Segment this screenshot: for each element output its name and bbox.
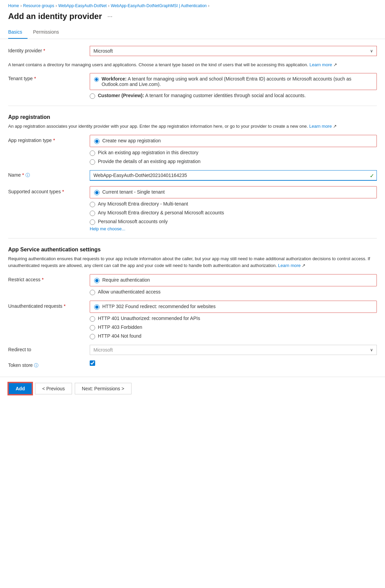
- restrict-require-auth: Require authentication: [90, 274, 377, 286]
- divider-2: [8, 238, 377, 238]
- unauth-requests-radio-group: HTTP 302 Found redirect: recommended for…: [90, 301, 377, 339]
- supported-accounts-row: Supported account types * Current tenant…: [8, 186, 377, 231]
- name-field-wrapper: ✓: [90, 170, 377, 181]
- footer-bar: Add < Previous Next: Permissions >: [0, 377, 385, 400]
- identity-provider-control: Microsoft ∨: [90, 46, 377, 56]
- restrict-access-row: Restrict access * Require authentication…: [8, 274, 377, 295]
- redirect-to-label: Redirect to: [8, 345, 83, 352]
- app-reg-learn-more-link[interactable]: Learn more: [309, 124, 332, 129]
- unauth-requests-options: HTTP 302 Found redirect: recommended for…: [90, 301, 377, 339]
- page-header: Add an identity provider ···: [0, 10, 385, 26]
- name-input[interactable]: [90, 170, 377, 181]
- token-store-checkbox-wrapper: [90, 360, 377, 366]
- app-registration-title: App registration: [8, 114, 377, 120]
- identity-provider-row: Identity provider * Microsoft ∨: [8, 46, 377, 56]
- divider-1: [8, 106, 377, 106]
- external-link-icon: ↗: [333, 62, 337, 67]
- app-reg-type-options: Create new app registration Pick an exis…: [90, 135, 377, 165]
- name-label: Name * ⓘ: [8, 170, 83, 178]
- token-store-info-icon[interactable]: ⓘ: [34, 362, 38, 369]
- tenant-type-customer-radio[interactable]: [90, 93, 95, 99]
- breadcrumb-home[interactable]: Home: [8, 3, 19, 8]
- identity-provider-label: Identity provider *: [8, 46, 83, 53]
- redirect-to-select[interactable]: Microsoft ∨: [90, 345, 377, 355]
- account-single-tenant: Current tenant - Single tenant: [90, 186, 377, 198]
- tab-basics[interactable]: Basics: [8, 26, 28, 39]
- identity-provider-select[interactable]: Microsoft ∨: [90, 46, 377, 56]
- name-input-wrapper: ✓: [90, 170, 377, 181]
- app-reg-type-row: App registration type * Create new app r…: [8, 135, 377, 165]
- account-multi-personal-radio[interactable]: [90, 211, 95, 216]
- breadcrumb-resource-groups[interactable]: Resource groups: [23, 3, 54, 8]
- app-reg-type-label: App registration type *: [8, 135, 83, 143]
- previous-button[interactable]: < Previous: [35, 383, 72, 394]
- app-reg-type-create-new: Create new app registration: [90, 135, 377, 147]
- restrict-access-options: Require authentication Allow unauthentic…: [90, 274, 377, 295]
- account-single-radio[interactable]: [94, 190, 100, 195]
- required-star: *: [43, 48, 45, 53]
- tenant-learn-more-link[interactable]: Learn more: [310, 62, 332, 67]
- require-auth-radio[interactable]: [94, 278, 100, 283]
- breadcrumb-webapp[interactable]: WebApp-EasyAuth-DotNet: [58, 3, 107, 8]
- app-reg-type-provide-radio[interactable]: [90, 159, 95, 165]
- token-store-control: [90, 360, 377, 366]
- tenant-type-workforce: Workforce: A tenant for managing using w…: [90, 73, 377, 90]
- supported-accounts-radio-group: Current tenant - Single tenant Any Micro…: [90, 186, 377, 225]
- account-multi-tenant: Any Microsoft Entra directory - Multi-te…: [90, 201, 377, 207]
- unauth-404: HTTP 404 Not found: [90, 333, 377, 339]
- tab-permissions[interactable]: Permissions: [33, 26, 64, 39]
- token-store-checkbox[interactable]: [90, 360, 95, 366]
- name-info-icon[interactable]: ⓘ: [25, 172, 30, 178]
- restrict-allow-unauth: Allow unauthenticated access: [90, 289, 377, 295]
- http-404-radio[interactable]: [90, 334, 95, 339]
- app-reg-type-pick-radio[interactable]: [90, 150, 95, 156]
- app-reg-type-provide-details: Provide the details of an existing app r…: [90, 159, 377, 165]
- external-link-icon-3: ↗: [302, 263, 305, 268]
- restrict-access-label: Restrict access *: [8, 274, 83, 282]
- tabs-bar: Basics Permissions: [0, 26, 385, 39]
- token-store-row: Token store ⓘ: [8, 360, 377, 369]
- unauth-401: HTTP 401 Unauthorized: recommended for A…: [90, 316, 377, 322]
- allow-unauth-radio[interactable]: [90, 290, 95, 295]
- chevron-down-icon: ∨: [370, 49, 373, 53]
- ellipsis-button[interactable]: ···: [105, 12, 115, 21]
- redirect-chevron-icon: ∨: [370, 348, 373, 352]
- add-button[interactable]: Add: [8, 382, 32, 395]
- app-registration-info: An app registration associates your iden…: [8, 123, 377, 130]
- tenant-type-label: Tenant type *: [8, 73, 83, 81]
- account-personal-radio[interactable]: [90, 219, 95, 225]
- http-401-radio[interactable]: [90, 316, 95, 322]
- required-star-tenant: *: [34, 76, 36, 81]
- restrict-access-radio-group: Require authentication Allow unauthentic…: [90, 274, 377, 295]
- account-multi-personal: Any Microsoft Entra directory & personal…: [90, 210, 377, 216]
- http-302-radio[interactable]: [94, 304, 100, 310]
- auth-settings-title: App Service authentication settings: [8, 247, 377, 253]
- app-reg-type-radio-group: Create new app registration Pick an exis…: [90, 135, 377, 165]
- tenant-type-customer: Customer (Preview): A tenant for managin…: [90, 93, 377, 99]
- next-button[interactable]: Next: Permissions >: [75, 383, 132, 394]
- app-reg-type-create-radio[interactable]: [94, 139, 100, 144]
- unauth-requests-row: Unauthenticated requests * HTTP 302 Foun…: [8, 301, 377, 339]
- redirect-to-row: Redirect to Microsoft ∨: [8, 345, 377, 355]
- unauth-requests-label: Unauthenticated requests *: [8, 301, 83, 309]
- token-store-label: Token store ⓘ: [8, 360, 83, 369]
- check-icon: ✓: [370, 172, 374, 179]
- http-403-radio[interactable]: [90, 325, 95, 331]
- external-link-icon-2: ↗: [333, 124, 337, 129]
- name-row: Name * ⓘ ✓: [8, 170, 377, 181]
- supported-accounts-options: Current tenant - Single tenant Any Micro…: [90, 186, 377, 231]
- unauth-302: HTTP 302 Found redirect: recommended for…: [90, 301, 377, 313]
- breadcrumb: Home › Resource groups › WebApp-EasyAuth…: [0, 0, 385, 10]
- help-me-choose-link[interactable]: Help me choose...: [90, 226, 125, 231]
- tenant-type-row: Tenant type * Workforce: A tenant for ma…: [8, 73, 377, 99]
- tenant-type-workforce-radio[interactable]: [94, 77, 99, 82]
- breadcrumb-authentication[interactable]: WebApp-EasyAuth-DotNetGraphMSI | Authent…: [111, 3, 207, 8]
- unauth-403: HTTP 403 Forbidden: [90, 324, 377, 331]
- account-multi-radio[interactable]: [90, 202, 95, 207]
- app-reg-type-pick-existing: Pick an existing app registration in thi…: [90, 150, 377, 156]
- auth-settings-learn-more[interactable]: Learn more: [278, 263, 300, 268]
- main-content: Identity provider * Microsoft ∨ A tenant…: [0, 46, 385, 369]
- redirect-to-control: Microsoft ∨: [90, 345, 377, 355]
- tenant-type-options: Workforce: A tenant for managing using w…: [90, 73, 377, 99]
- auth-settings-info: Requiring authentication ensures that re…: [8, 255, 377, 269]
